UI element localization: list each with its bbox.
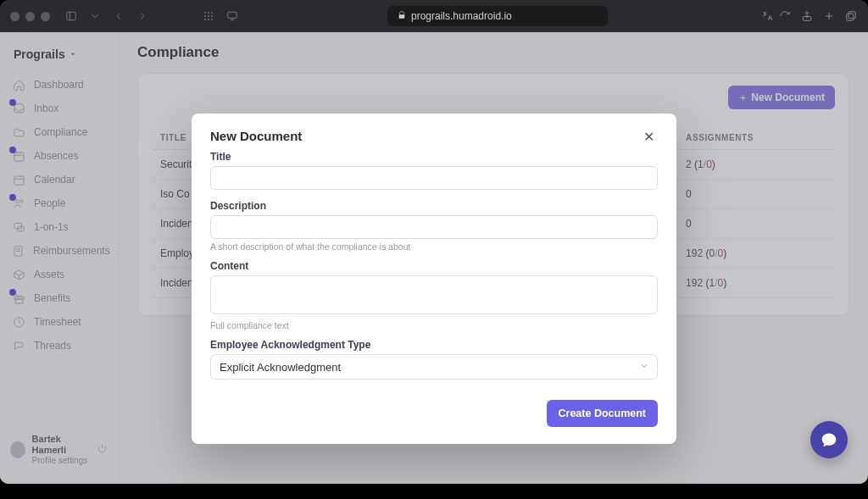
- svg-point-5: [204, 15, 205, 16]
- desktop-icon[interactable]: [225, 8, 240, 24]
- share-icon[interactable]: [800, 9, 814, 23]
- svg-point-6: [208, 15, 209, 16]
- svg-rect-19: [847, 14, 854, 20]
- svg-rect-0: [67, 12, 76, 19]
- tabs-overview-icon[interactable]: [844, 9, 858, 23]
- content-textarea[interactable]: [210, 275, 658, 314]
- label-description: Description: [210, 200, 658, 212]
- modal-close-button[interactable]: ✕: [640, 129, 658, 146]
- apps-grid-icon[interactable]: [201, 8, 216, 24]
- modal-title: New Document: [210, 129, 302, 143]
- label-content: Content: [210, 260, 658, 272]
- title-input[interactable]: [210, 166, 658, 190]
- nav-forward-icon[interactable]: [135, 8, 150, 24]
- label-ack-type: Employee Acknowledgment Type: [210, 339, 658, 351]
- window-traffic-lights: [10, 12, 50, 21]
- label-title: Title: [210, 151, 658, 163]
- svg-point-7: [212, 15, 213, 16]
- chat-fab[interactable]: [810, 421, 848, 458]
- traffic-minimize[interactable]: [25, 12, 35, 21]
- svg-point-4: [212, 12, 213, 13]
- url-host: prograils.humadroid.io: [411, 10, 512, 22]
- chat-bubble-icon: [821, 431, 837, 448]
- create-document-button[interactable]: Create Document: [547, 400, 659, 427]
- new-document-modal: New Document ✕ Title Description A short…: [192, 114, 676, 444]
- lock-icon: [398, 10, 406, 22]
- chevron-down-icon[interactable]: [87, 8, 103, 24]
- reload-icon[interactable]: [778, 9, 792, 23]
- svg-rect-14: [399, 14, 405, 19]
- traffic-close[interactable]: [10, 12, 19, 21]
- ack-type-select[interactable]: Explicit Acknowledgment: [210, 354, 658, 380]
- browser-chrome: prograils.humadroid.io: [0, 0, 868, 32]
- svg-point-8: [204, 19, 205, 20]
- svg-point-9: [208, 19, 209, 20]
- svg-point-2: [204, 12, 205, 13]
- sidebar-toggle-icon[interactable]: [64, 8, 79, 24]
- new-tab-icon[interactable]: [822, 9, 836, 23]
- translate-icon[interactable]: [760, 9, 774, 23]
- url-bar[interactable]: prograils.humadroid.io: [387, 6, 608, 26]
- svg-rect-11: [228, 12, 237, 18]
- nav-back-icon[interactable]: [111, 8, 126, 24]
- svg-rect-18: [849, 12, 855, 19]
- traffic-zoom[interactable]: [41, 12, 50, 21]
- svg-point-10: [212, 19, 213, 20]
- help-description: A short description of what the complian…: [210, 241, 658, 252]
- description-input[interactable]: [210, 215, 658, 239]
- help-content: Full compliance text: [210, 320, 658, 330]
- svg-point-3: [208, 12, 209, 13]
